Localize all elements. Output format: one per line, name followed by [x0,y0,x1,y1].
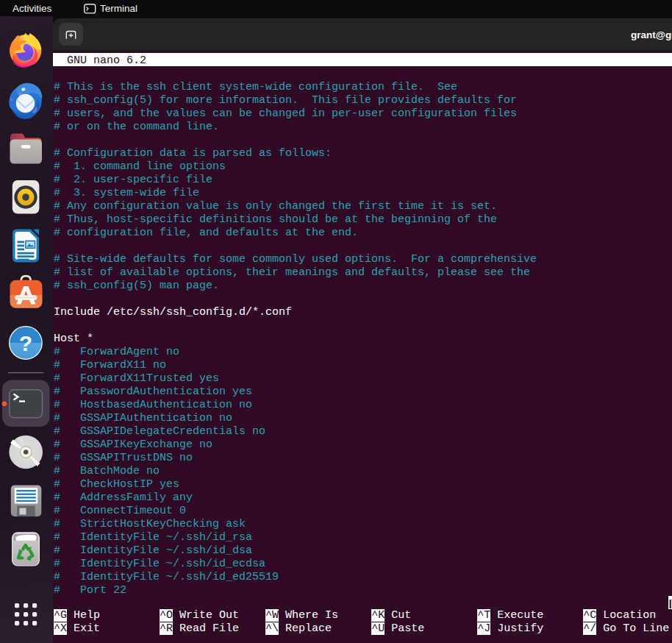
svg-text:?: ? [19,331,32,355]
